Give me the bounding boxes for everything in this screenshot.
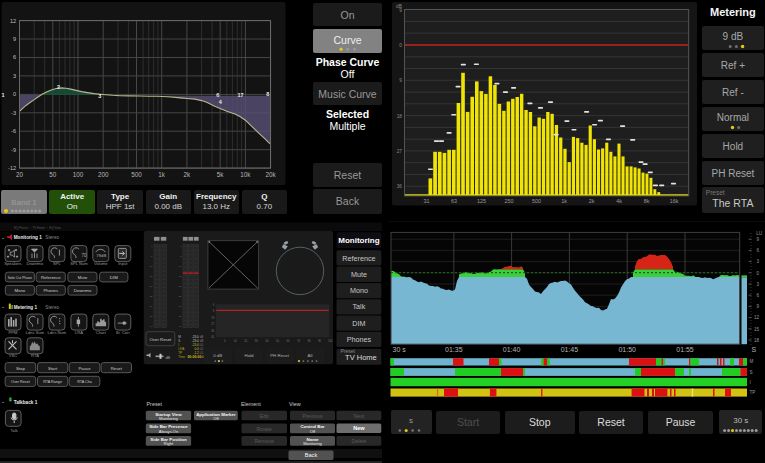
svg-text:⌄: ⌄	[1, 303, 6, 309]
svg-text:Phones: Phones	[44, 288, 59, 293]
svg-text:12: 12	[754, 315, 760, 320]
svg-text:S: S	[752, 346, 757, 353]
svg-text:500: 500	[532, 198, 541, 204]
svg-text:Preset: Preset	[147, 401, 163, 407]
svg-text:01:55: 01:55	[676, 346, 694, 353]
svg-text:Remove: Remove	[255, 438, 274, 444]
svg-text:27: 27	[397, 149, 403, 154]
svg-text:RTA Range: RTA Range	[43, 380, 62, 384]
svg-text:Delete: Delete	[351, 438, 366, 444]
svg-text:Speakers: Speakers	[4, 261, 21, 266]
svg-text:-12: -12	[8, 165, 16, 171]
svg-text:Talkback 1: Talkback 1	[14, 400, 38, 405]
svg-text:200: 200	[98, 171, 109, 178]
svg-text:LU: LU	[200, 347, 203, 351]
svg-text:Stereo: Stereo	[45, 235, 59, 240]
svg-text:Monitoring: Monitoring	[303, 441, 322, 446]
svg-text:Ldns Sum: Ldns Sum	[26, 330, 45, 335]
svg-text:6: 6	[756, 248, 759, 253]
svg-text:125: 125	[477, 198, 486, 204]
svg-text:1: 1	[1, 92, 4, 98]
svg-text:Metering 1: Metering 1	[14, 305, 38, 310]
svg-text:30 s: 30 s	[393, 346, 407, 353]
svg-text:63: 63	[451, 198, 457, 204]
svg-text:18: 18	[754, 338, 760, 343]
svg-text:LRA: LRA	[75, 330, 83, 335]
svg-text:Hold: Hold	[244, 353, 254, 358]
svg-text:DIM: DIM	[110, 275, 118, 280]
svg-text:Chart: Chart	[96, 330, 107, 335]
svg-text:Back: Back	[305, 452, 318, 458]
svg-text:01:50: 01:50	[618, 346, 636, 353]
svg-text:Stop: Stop	[16, 366, 25, 371]
svg-text:9: 9	[13, 36, 16, 42]
svg-text:6: 6	[216, 92, 219, 98]
svg-text:3: 3	[756, 282, 759, 287]
svg-text:LU: LU	[756, 231, 762, 236]
svg-text:Pause: Pause	[78, 366, 91, 371]
svg-text:Always-On: Always-On	[159, 429, 178, 434]
svg-text:Talk: Talk	[11, 428, 19, 433]
svg-text:Off: Off	[213, 416, 219, 421]
svg-text:dB: dB	[200, 339, 203, 343]
svg-text:RTA Cha: RTA Cha	[77, 380, 93, 384]
svg-text:2: 2	[57, 84, 60, 90]
svg-text:Previous: Previous	[302, 413, 323, 419]
svg-text:Solo Cut Phase: Solo Cut Phase	[8, 276, 32, 280]
svg-text:DIM: DIM	[352, 319, 365, 328]
svg-text:0: 0	[399, 43, 402, 48]
svg-text:TP: TP	[750, 390, 756, 395]
svg-text:Mono: Mono	[15, 288, 26, 293]
svg-text:Phones: Phones	[347, 335, 372, 344]
svg-text:2k: 2k	[184, 171, 192, 178]
svg-text:31: 31	[424, 198, 430, 204]
svg-text:1k: 1k	[158, 171, 166, 178]
svg-text:-3: -3	[11, 110, 16, 116]
svg-text:Monitoring: Monitoring	[159, 416, 178, 421]
svg-text:I: I	[750, 380, 751, 385]
svg-text:20k: 20k	[266, 171, 277, 178]
svg-text:Reference: Reference	[342, 254, 375, 263]
svg-text:3: 3	[13, 73, 16, 79]
svg-text:50: 50	[49, 171, 57, 178]
svg-text:SPL: SPL	[53, 261, 61, 266]
svg-text:-9: -9	[11, 147, 16, 153]
svg-text:Monitoring 1: Monitoring 1	[14, 235, 43, 240]
svg-text:All: All	[308, 353, 313, 358]
svg-text:100: 100	[73, 171, 84, 178]
svg-text:dB: dB	[200, 335, 203, 339]
svg-text:LU: LU	[200, 343, 203, 347]
svg-text:0: 0	[13, 91, 16, 97]
svg-text:3: 3	[756, 259, 759, 264]
svg-text:18: 18	[397, 114, 403, 119]
svg-text:1k: 1k	[561, 198, 567, 204]
svg-text:LU: LU	[200, 351, 203, 355]
svg-text:View: View	[289, 401, 301, 407]
svg-text:PPM: PPM	[9, 330, 18, 335]
svg-text:Monitoring: Monitoring	[338, 236, 379, 245]
svg-text:01:45: 01:45	[561, 346, 579, 353]
svg-text:Mute: Mute	[351, 270, 367, 279]
svg-text:78dB: 78dB	[96, 253, 106, 258]
svg-text:Mono: Mono	[350, 286, 368, 295]
svg-text:0 dB: 0 dB	[213, 353, 222, 358]
svg-text:VSC: VSC	[9, 353, 17, 358]
svg-text:Rotate: Rotate	[257, 426, 272, 432]
svg-text:9: 9	[756, 237, 759, 242]
svg-text:6: 6	[13, 54, 16, 60]
svg-text:RTA: RTA	[31, 353, 39, 358]
svg-text:Edit: Edit	[260, 413, 269, 419]
svg-text:Off: Off	[310, 429, 316, 434]
svg-text:St. Corr: St. Corr	[116, 330, 131, 335]
svg-text:Over Reset: Over Reset	[11, 380, 30, 384]
svg-text:Right: Right	[164, 441, 174, 446]
svg-text:16k: 16k	[670, 198, 679, 204]
svg-text:100: 100	[328, 339, 333, 343]
svg-text:9: 9	[756, 304, 759, 309]
svg-text:Next: Next	[354, 413, 365, 419]
svg-text:TV Home: TV Home	[345, 353, 377, 362]
svg-text:Start: Start	[48, 366, 58, 371]
svg-text:Reference: Reference	[41, 275, 61, 280]
svg-text:Input: Input	[118, 261, 128, 266]
svg-text:4k: 4k	[616, 198, 622, 204]
